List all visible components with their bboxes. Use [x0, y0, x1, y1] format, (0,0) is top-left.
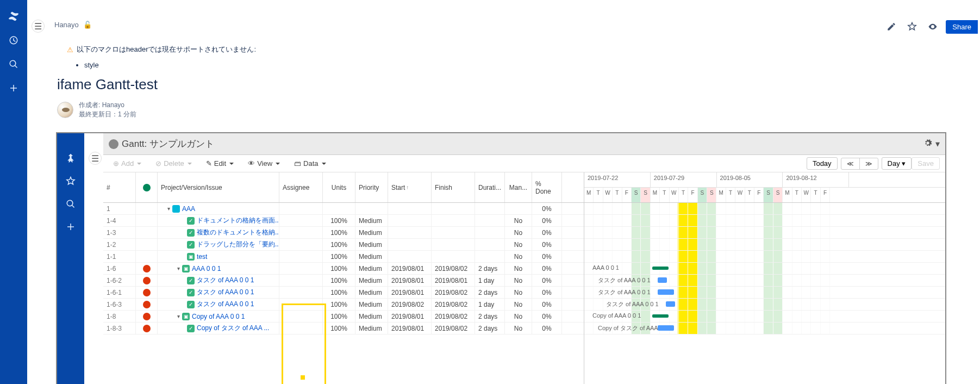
last-updated[interactable]: 最終更新日：1 分前: [79, 110, 136, 119]
col-finish[interactable]: Finish: [432, 172, 475, 202]
cell-start: [388, 227, 432, 238]
table-row[interactable]: 1-1▣test100%MediumNo0%: [103, 251, 584, 263]
col-project[interactable]: Project/Version/Issue: [158, 172, 279, 202]
table-row[interactable]: 1-6-3✓タスク of AAA 0 0 1100%Medium2019/08/…: [103, 299, 584, 311]
timeline-row[interactable]: タスク of AAA 0 0 1: [584, 287, 945, 299]
collapse-sidebar-icon[interactable]: ☰: [32, 20, 45, 33]
scale-button[interactable]: Day ▾: [882, 157, 912, 170]
error-icon: [143, 325, 151, 332]
bar-label: Copy of AAA 0 0 1: [592, 312, 933, 319]
add-button[interactable]: ⊕ Add: [109, 157, 146, 170]
cell-proj[interactable]: ✓ドラッグした部分を「要約...: [158, 239, 279, 250]
share-button[interactable]: Share: [946, 20, 978, 34]
cell-proj[interactable]: ▾▣AAA 0 0 1: [158, 263, 279, 274]
timeline-row[interactable]: [584, 251, 945, 263]
data-button[interactable]: 🗃 Data: [290, 157, 330, 170]
gantt-bar[interactable]: [658, 325, 674, 331]
jira-collapse-icon[interactable]: ☰: [89, 152, 102, 165]
delete-button[interactable]: ⊘ Delete: [151, 157, 196, 170]
day-header: M: [584, 188, 594, 202]
save-button[interactable]: Save: [912, 157, 940, 170]
cell-proj[interactable]: ▾AAA: [158, 203, 279, 214]
star-icon[interactable]: [904, 19, 920, 34]
cell-proj[interactable]: ✓タスク of AAA 0 0 1: [158, 275, 279, 286]
warning-text: 以下のマクロはheaderでは現在サポートされていません:: [77, 45, 256, 54]
cell-finish: 2019/08/02: [432, 311, 475, 322]
col-assignee[interactable]: Assignee: [279, 172, 323, 202]
jira-star-icon[interactable]: [63, 173, 79, 189]
col-duration[interactable]: Durati...: [475, 172, 505, 202]
cell-proj[interactable]: ✓ドキュメントの格納を画面...: [158, 215, 279, 226]
cell-done: 0%: [532, 311, 562, 322]
gantt-bar[interactable]: [666, 301, 675, 307]
edit-button[interactable]: ✎ Edit: [202, 157, 238, 170]
jira-add-icon[interactable]: [63, 219, 79, 235]
restrictions-icon[interactable]: 🔓: [83, 21, 92, 29]
table-row[interactable]: 1-6▾▣AAA 0 0 1100%Medium2019/08/012019/0…: [103, 263, 584, 275]
cell-finish: 2019/08/02: [432, 299, 475, 310]
gantt-timeline[interactable]: 2019-07-222019-07-292019-08-052019-08-12…: [584, 172, 945, 384]
col-manual[interactable]: Man...: [505, 172, 532, 202]
avatar[interactable]: [57, 102, 73, 118]
gantt-bar[interactable]: [658, 289, 674, 295]
prev-button[interactable]: ≪: [841, 158, 860, 169]
table-row[interactable]: 1-8-3✓Copy of タスク of AAA ...100%Medium20…: [103, 323, 584, 335]
col-units[interactable]: Units: [323, 172, 355, 202]
cell-proj[interactable]: ▣test: [158, 251, 279, 262]
chevron-down-icon[interactable]: ▾: [935, 139, 940, 149]
table-row[interactable]: 1▾AAA0%: [103, 203, 584, 215]
col-priority[interactable]: Priority: [355, 172, 388, 202]
timeline-row[interactable]: [584, 203, 945, 215]
timeline-row[interactable]: タスク of AAA 0 0 1: [584, 275, 945, 287]
gear-icon[interactable]: [923, 139, 932, 150]
table-row[interactable]: 1-2✓ドラッグした部分を「要約...100%MediumNo0%: [103, 239, 584, 251]
confluence-logo-icon[interactable]: [5, 8, 22, 25]
col-status[interactable]: [136, 172, 158, 202]
app-left-rail: [0, 0, 27, 384]
cell-proj[interactable]: ✓複数のドキュメントを格納...: [158, 227, 279, 238]
cell-proj[interactable]: ▾▣Copy of AAA 0 0 1: [158, 311, 279, 322]
cell-dur: 1 day: [475, 299, 505, 310]
expand-icon[interactable]: ▾: [177, 313, 180, 319]
timeline-row[interactable]: [584, 239, 945, 251]
gantt-bar[interactable]: [658, 277, 667, 283]
watch-icon[interactable]: [925, 19, 940, 34]
timeline-row[interactable]: Copy of AAA 0 0 1: [584, 311, 945, 323]
jira-logo-icon[interactable]: [63, 150, 79, 166]
table-row[interactable]: 1-6-1✓タスク of AAA 0 0 1100%Medium2019/08/…: [103, 287, 584, 299]
gantt-bar[interactable]: [652, 267, 669, 270]
cell-start: 2019/08/01: [388, 311, 432, 322]
timeline-row[interactable]: タスク of AAA 0 0 1: [584, 299, 945, 311]
col-done[interactable]: % Done: [532, 172, 562, 202]
cell-pri: Medium: [355, 263, 388, 274]
add-icon[interactable]: [5, 79, 22, 97]
expand-icon[interactable]: ▾: [177, 265, 180, 271]
col-number[interactable]: #: [103, 172, 136, 202]
created-by[interactable]: 作成者: Hanayo: [79, 101, 136, 110]
recent-icon[interactable]: [5, 32, 22, 49]
expand-icon[interactable]: ▾: [167, 206, 170, 212]
view-button[interactable]: 👁 View: [244, 157, 284, 170]
gantt-bar[interactable]: [652, 314, 669, 318]
cell-finish: [432, 215, 475, 226]
table-row[interactable]: 1-4✓ドキュメントの格納を画面...100%MediumNo0%: [103, 215, 584, 227]
timeline-row[interactable]: AAA 0 0 1: [584, 263, 945, 275]
col-start[interactable]: Start↑: [388, 172, 432, 202]
cell-proj[interactable]: ✓Copy of タスク of AAA ...: [158, 323, 279, 334]
search-icon[interactable]: [5, 55, 22, 73]
today-button[interactable]: Today: [807, 157, 838, 170]
cell-man: No: [505, 239, 532, 250]
jira-search-icon[interactable]: [63, 196, 79, 212]
timeline-row[interactable]: [584, 227, 945, 239]
table-row[interactable]: 1-3✓複数のドキュメントを格納...100%MediumNo0%: [103, 227, 584, 239]
cell-proj[interactable]: ✓タスク of AAA 0 0 1: [158, 287, 279, 298]
timeline-row[interactable]: [584, 215, 945, 227]
timeline-row[interactable]: Copy of タスク of AAA 0 0 1: [584, 323, 945, 335]
table-row[interactable]: 1-6-2✓タスク of AAA 0 0 1100%Medium2019/08/…: [103, 275, 584, 287]
cell-proj[interactable]: ✓タスク of AAA 0 0 1: [158, 299, 279, 310]
next-button[interactable]: ≫: [860, 158, 878, 169]
cell-num: 1-8: [103, 311, 136, 322]
table-row[interactable]: 1-8▾▣Copy of AAA 0 0 1100%Medium2019/08/…: [103, 311, 584, 323]
breadcrumb-author[interactable]: Hanayo: [54, 21, 79, 29]
edit-icon[interactable]: [884, 19, 899, 34]
